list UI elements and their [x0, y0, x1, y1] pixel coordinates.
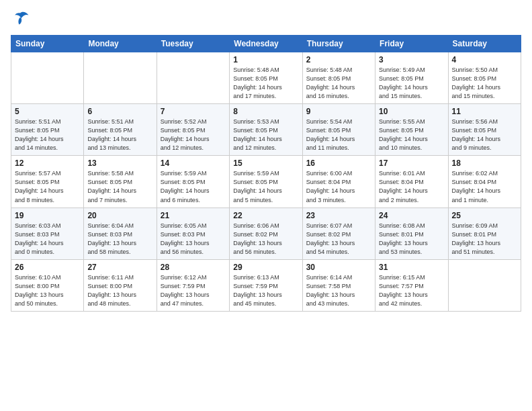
calendar-cell: 21Sunrise: 6:05 AM Sunset: 8:03 PM Dayli… [157, 208, 229, 259]
day-info: Sunrise: 5:50 AM Sunset: 8:05 PM Dayligh… [452, 66, 517, 101]
day-number: 14 [161, 158, 226, 168]
day-number: 31 [379, 263, 444, 272]
calendar-cell: 7Sunrise: 5:52 AM Sunset: 8:05 PM Daylig… [157, 104, 229, 156]
calendar-cell: 1Sunrise: 5:48 AM Sunset: 8:05 PM Daylig… [230, 52, 302, 104]
day-info: Sunrise: 5:52 AM Sunset: 8:05 PM Dayligh… [161, 118, 226, 152]
day-number: 11 [452, 107, 517, 116]
calendar-cell: 14Sunrise: 5:59 AM Sunset: 8:05 PM Dayli… [157, 156, 229, 208]
day-number: 28 [161, 263, 226, 272]
calendar-cell: 8Sunrise: 5:53 AM Sunset: 8:05 PM Daylig… [230, 104, 302, 156]
calendar-week-row: 1Sunrise: 5:48 AM Sunset: 8:05 PM Daylig… [11, 52, 521, 104]
calendar-cell: 12Sunrise: 5:57 AM Sunset: 8:05 PM Dayli… [11, 156, 84, 208]
calendar-header-row: SundayMondayTuesdayWednesdayThursdayFrid… [11, 36, 521, 52]
day-number: 1 [233, 55, 298, 64]
day-number: 7 [161, 107, 226, 116]
day-info: Sunrise: 6:13 AM Sunset: 7:59 PM Dayligh… [233, 273, 298, 308]
calendar-cell: 26Sunrise: 6:10 AM Sunset: 8:00 PM Dayli… [11, 259, 84, 311]
calendar-cell: 31Sunrise: 6:15 AM Sunset: 7:57 PM Dayli… [375, 259, 448, 311]
day-info: Sunrise: 5:59 AM Sunset: 8:05 PM Dayligh… [233, 169, 298, 204]
day-info: Sunrise: 5:59 AM Sunset: 8:05 PM Dayligh… [161, 169, 226, 204]
calendar-cell [448, 259, 521, 311]
calendar-week-row: 5Sunrise: 5:51 AM Sunset: 8:05 PM Daylig… [11, 104, 521, 156]
day-number: 20 [87, 211, 152, 220]
calendar-cell: 6Sunrise: 5:51 AM Sunset: 8:05 PM Daylig… [84, 104, 157, 156]
day-number: 17 [379, 158, 444, 168]
day-info: Sunrise: 6:15 AM Sunset: 7:57 PM Dayligh… [379, 273, 444, 308]
day-info: Sunrise: 6:01 AM Sunset: 8:04 PM Dayligh… [379, 169, 444, 204]
day-info: Sunrise: 6:14 AM Sunset: 7:58 PM Dayligh… [306, 273, 371, 308]
calendar-cell: 16Sunrise: 6:00 AM Sunset: 8:04 PM Dayli… [302, 156, 375, 208]
calendar-cell: 9Sunrise: 5:54 AM Sunset: 8:05 PM Daylig… [302, 104, 375, 156]
day-of-week-header: Saturday [448, 36, 521, 52]
calendar-cell: 22Sunrise: 6:06 AM Sunset: 8:02 PM Dayli… [230, 208, 302, 259]
calendar-cell: 23Sunrise: 6:07 AM Sunset: 8:02 PM Dayli… [302, 208, 375, 259]
day-number: 26 [15, 263, 80, 272]
day-info: Sunrise: 6:00 AM Sunset: 8:04 PM Dayligh… [306, 169, 371, 204]
day-number: 25 [452, 211, 517, 220]
day-info: Sunrise: 5:58 AM Sunset: 8:05 PM Dayligh… [87, 169, 152, 204]
day-number: 18 [452, 158, 517, 168]
day-of-week-header: Thursday [302, 36, 375, 52]
calendar-table: SundayMondayTuesdayWednesdayThursdayFrid… [11, 35, 521, 312]
day-number: 27 [87, 263, 152, 272]
calendar-cell: 19Sunrise: 6:03 AM Sunset: 8:03 PM Dayli… [11, 208, 84, 259]
day-number: 10 [379, 107, 444, 116]
day-info: Sunrise: 5:57 AM Sunset: 8:05 PM Dayligh… [15, 169, 80, 204]
calendar-cell: 17Sunrise: 6:01 AM Sunset: 8:04 PM Dayli… [375, 156, 448, 208]
day-info: Sunrise: 5:48 AM Sunset: 8:05 PM Dayligh… [233, 66, 298, 101]
calendar-cell: 25Sunrise: 6:09 AM Sunset: 8:01 PM Dayli… [448, 208, 521, 259]
calendar-week-row: 19Sunrise: 6:03 AM Sunset: 8:03 PM Dayli… [11, 208, 521, 259]
day-number: 16 [306, 158, 371, 168]
day-info: Sunrise: 6:07 AM Sunset: 8:02 PM Dayligh… [306, 222, 371, 257]
day-info: Sunrise: 5:55 AM Sunset: 8:05 PM Dayligh… [379, 118, 444, 152]
day-number: 5 [15, 107, 80, 116]
calendar-cell: 11Sunrise: 5:56 AM Sunset: 8:05 PM Dayli… [448, 104, 521, 156]
day-info: Sunrise: 5:56 AM Sunset: 8:05 PM Dayligh… [452, 118, 517, 152]
calendar-cell: 18Sunrise: 6:02 AM Sunset: 8:04 PM Dayli… [448, 156, 521, 208]
calendar-cell: 20Sunrise: 6:04 AM Sunset: 8:03 PM Dayli… [84, 208, 157, 259]
day-number: 19 [15, 211, 80, 220]
day-info: Sunrise: 6:04 AM Sunset: 8:03 PM Dayligh… [87, 222, 152, 257]
calendar-cell: 27Sunrise: 6:11 AM Sunset: 8:00 PM Dayli… [84, 259, 157, 311]
day-info: Sunrise: 5:48 AM Sunset: 8:05 PM Dayligh… [306, 66, 371, 101]
calendar-week-row: 26Sunrise: 6:10 AM Sunset: 8:00 PM Dayli… [11, 259, 521, 311]
calendar-cell: 29Sunrise: 6:13 AM Sunset: 7:59 PM Dayli… [230, 259, 302, 311]
calendar-cell: 28Sunrise: 6:12 AM Sunset: 7:59 PM Dayli… [157, 259, 229, 311]
day-info: Sunrise: 6:08 AM Sunset: 8:01 PM Dayligh… [379, 222, 444, 257]
day-of-week-header: Monday [84, 36, 157, 52]
day-number: 24 [379, 211, 444, 220]
calendar-cell: 4Sunrise: 5:50 AM Sunset: 8:05 PM Daylig… [448, 52, 521, 104]
logo [11, 11, 32, 27]
day-info: Sunrise: 6:10 AM Sunset: 8:00 PM Dayligh… [15, 273, 80, 308]
day-of-week-header: Wednesday [230, 36, 302, 52]
day-number: 23 [306, 211, 371, 220]
day-info: Sunrise: 5:51 AM Sunset: 8:05 PM Dayligh… [15, 118, 80, 152]
day-info: Sunrise: 6:09 AM Sunset: 8:01 PM Dayligh… [452, 222, 517, 257]
day-info: Sunrise: 5:51 AM Sunset: 8:05 PM Dayligh… [87, 118, 152, 152]
day-of-week-header: Sunday [11, 36, 84, 52]
calendar-cell: 30Sunrise: 6:14 AM Sunset: 7:58 PM Dayli… [302, 259, 375, 311]
day-number: 15 [233, 158, 298, 168]
day-of-week-header: Tuesday [157, 36, 229, 52]
calendar-week-row: 12Sunrise: 5:57 AM Sunset: 8:05 PM Dayli… [11, 156, 521, 208]
logo-bird-icon [11, 11, 30, 27]
day-number: 22 [233, 211, 298, 220]
calendar-cell [11, 52, 84, 104]
calendar-cell: 15Sunrise: 5:59 AM Sunset: 8:05 PM Dayli… [230, 156, 302, 208]
day-info: Sunrise: 6:02 AM Sunset: 8:04 PM Dayligh… [452, 169, 517, 204]
day-info: Sunrise: 5:54 AM Sunset: 8:05 PM Dayligh… [306, 118, 371, 152]
calendar-cell: 3Sunrise: 5:49 AM Sunset: 8:05 PM Daylig… [375, 52, 448, 104]
day-number: 2 [306, 55, 371, 64]
day-of-week-header: Friday [375, 36, 448, 52]
day-number: 4 [452, 55, 517, 64]
day-number: 30 [306, 263, 371, 272]
day-number: 12 [15, 158, 80, 168]
day-info: Sunrise: 6:05 AM Sunset: 8:03 PM Dayligh… [161, 222, 226, 257]
calendar-cell: 10Sunrise: 5:55 AM Sunset: 8:05 PM Dayli… [375, 104, 448, 156]
day-number: 21 [161, 211, 226, 220]
calendar-cell [157, 52, 229, 104]
day-number: 8 [233, 107, 298, 116]
page-header [11, 11, 521, 27]
day-info: Sunrise: 5:53 AM Sunset: 8:05 PM Dayligh… [233, 118, 298, 152]
day-info: Sunrise: 5:49 AM Sunset: 8:05 PM Dayligh… [379, 66, 444, 101]
